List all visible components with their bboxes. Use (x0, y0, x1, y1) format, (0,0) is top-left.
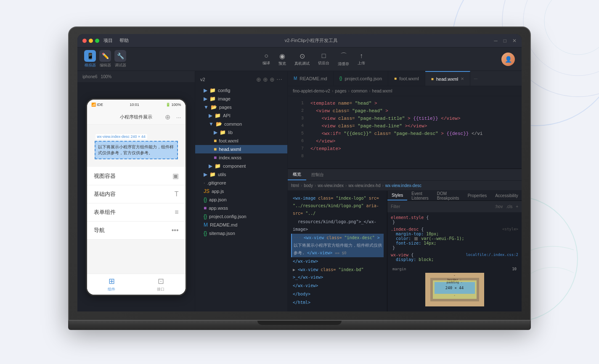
compile-icon: ○ (264, 52, 268, 60)
code-content-5: <wx:if= "{{desc}}" class= "page-head-des… (310, 130, 482, 137)
style-selector-element: element.style { (391, 215, 518, 220)
path-html[interactable]: html (291, 183, 299, 188)
menu-help[interactable]: 帮助 (119, 37, 129, 44)
html-preview[interactable]: <wx-image class= "index-logo" src= "../r… (288, 191, 387, 311)
breadcrumb-file[interactable]: head.wxml (372, 89, 392, 93)
phone-menu-item-2[interactable]: 基础内容 T (87, 185, 186, 203)
svg-point-2 (544, 0, 599, 55)
maximize-button[interactable] (95, 39, 99, 43)
phone-nav-bar: 小程序组件展示 ··· ⊕ (87, 110, 186, 125)
subtab-accessibility[interactable]: Accessibility (491, 191, 522, 200)
background-action[interactable]: □ 切后台 (318, 52, 329, 66)
simulator-button[interactable]: 📱 模拟器 (84, 50, 96, 68)
style-rule-element: element.style { } (391, 215, 518, 224)
style-source-link[interactable]: localfile:/.index.css:2 (466, 253, 518, 257)
add-style-icon[interactable]: + (516, 204, 518, 209)
tree-label-app-json: app.json (209, 197, 227, 202)
phone-menu-item-1[interactable]: 视图容器 ▣ (87, 167, 186, 185)
tree-item-index-wxss[interactable]: ■ index.wxss (195, 153, 287, 162)
upload-label: 上传 (358, 61, 365, 66)
tree-icons[interactable]: ⊕ ⊕ ⊕ ⋯ (256, 76, 282, 83)
tab-head-wxml[interactable]: ■ head.wxml ✕ (425, 71, 471, 86)
html-tag-wx-image: <wx-image (293, 196, 315, 200)
editor-button[interactable]: ✏️ 编辑器 (99, 50, 111, 68)
debugger-button[interactable]: 🔧 调试器 (114, 50, 126, 68)
background-label: 切后台 (318, 61, 329, 66)
tree-item-head-wxml[interactable]: ■ head.wxml (195, 145, 287, 153)
code-editor[interactable]: 1 <template name= "head" > 2 (288, 96, 522, 169)
simulator-content: 📶 IDE 10:01 🔋 100% 小程序组件展示 ··· ⊕ (77, 83, 195, 311)
path-index[interactable]: wx-view.index (318, 183, 344, 188)
tree-item-config[interactable]: ▶ 📁 config (195, 86, 287, 95)
tab-close-head-wxml[interactable]: ✕ (461, 76, 464, 81)
close-button[interactable] (82, 39, 87, 43)
clear-cache-action[interactable]: ⌒ 清缓存 (338, 52, 349, 67)
panel-tab-console[interactable]: 控制台 (306, 169, 329, 180)
tree-item-pages[interactable]: ▼ 📂 pages (195, 103, 287, 111)
cls-toggle[interactable]: .cls (506, 204, 512, 209)
user-avatar[interactable]: 👤 (501, 53, 515, 66)
subtab-event-listeners[interactable]: Event Listeners (407, 191, 433, 200)
path-index-hd[interactable]: wx-view.index-hd (348, 183, 380, 188)
tree-item-app-js[interactable]: JS app.js (195, 187, 287, 195)
menu-project[interactable]: 项目 (103, 37, 113, 44)
tab-more[interactable]: ··· (470, 71, 481, 86)
breadcrumb-pages[interactable]: pages (335, 89, 346, 93)
tab-project-config[interactable]: {} project.config.json (334, 71, 388, 86)
upload-action[interactable]: ↑ 上传 (358, 52, 365, 66)
subtab-dom-breakpoints[interactable]: DOM Breakpoints (433, 191, 464, 200)
phone-tab-interface[interactable]: ⊡ 接口 (157, 277, 164, 292)
code-line-3: 3 <view class= "page-head-title" > {{tit… (288, 115, 522, 122)
tree-label-sitemap: sitemap.json (209, 231, 235, 236)
code-line-4: 4 <view class= "page-head-line" ></view> (288, 122, 522, 130)
phone-menu-icon-2: T (175, 190, 179, 198)
editor-icon: ✏️ (99, 50, 111, 62)
panel-tab-overview[interactable]: 概览 (288, 169, 306, 180)
tab-foot-wxml[interactable]: ■ foot.wxml (388, 71, 425, 86)
tab-readme[interactable]: M README.md (288, 71, 334, 86)
breadcrumb-common[interactable]: common (351, 89, 367, 93)
subtab-properties[interactable]: Properties (464, 191, 491, 200)
tree-item-utils[interactable]: ▶ 📁 utils (195, 170, 287, 179)
tree-item-project-config[interactable]: {} project.config.json (195, 212, 287, 221)
ide-window: 项目 帮助 v2-FinClip小程序开发工具 ─ □ ✕ 📱 (77, 34, 522, 311)
phone-menu-item-3[interactable]: 表单组件 ≡ (87, 203, 186, 222)
tree-item-app-json[interactable]: {} app.json (195, 195, 287, 204)
path-body[interactable]: body (304, 183, 313, 188)
phone-frame: 📶 IDE 10:01 🔋 100% 小程序组件展示 ··· ⊕ (86, 98, 187, 296)
path-index-desc[interactable]: wx-view.index-desc (385, 183, 421, 188)
style-close-index-desc: } (391, 245, 518, 250)
line-num-7: 7 (291, 145, 304, 153)
tree-item-sitemap[interactable]: {} sitemap.json (195, 229, 287, 237)
breadcrumb-root[interactable]: fino-applet-demo-v2 (293, 89, 330, 93)
phone-menu-item-4[interactable]: 导航 ••• (87, 222, 186, 240)
html-line-2[interactable]: ··· <wx-view class= "index-desc" > 以下将展示… (291, 234, 384, 257)
html-expand-icon[interactable]: ▶ (293, 267, 295, 272)
device-debug-action[interactable]: ⊙ 真机调试 (294, 52, 310, 66)
tree-item-app-wxss[interactable]: ■ app.wxss (195, 204, 287, 212)
minimize-button[interactable] (89, 39, 93, 43)
tree-item-component[interactable]: ▶ 📁 component (195, 162, 287, 170)
phone-nav-dots[interactable]: ··· (176, 114, 181, 121)
phone-nav-extra[interactable]: ⊕ (165, 113, 170, 121)
phone-tab-component[interactable]: ⊞ 组件 (108, 277, 115, 292)
tree-item-common[interactable]: ▼ 📂 common (195, 120, 287, 128)
tree-item-readme[interactable]: M README.md (195, 221, 287, 229)
html-resources-path: resources/kind/logo.png">_</wx-image> (293, 219, 376, 232)
tree-item-gitignore[interactable]: · .gitignore (195, 179, 287, 187)
simulator-zoom-label: 100% (101, 74, 112, 79)
restore-win-icon[interactable]: □ (504, 38, 506, 44)
tree-item-lib[interactable]: ▶ 📁 lib (195, 128, 287, 137)
filter-input[interactable] (402, 204, 493, 209)
prop-margin-top: margin-top: (396, 232, 424, 236)
close-win-icon[interactable]: ✕ (512, 38, 517, 44)
subtab-styles[interactable]: Styles (387, 191, 407, 200)
hover-toggle[interactable]: :hov (495, 204, 503, 209)
preview-action[interactable]: ◉ 预览 (278, 52, 286, 66)
minimize-win-icon[interactable]: ─ (494, 38, 498, 44)
tree-item-api[interactable]: ▶ 📁 API (195, 111, 287, 120)
tree-item-foot-wxml[interactable]: ■ foot.wxml (195, 137, 287, 145)
compile-action[interactable]: ○ 编译 (262, 52, 270, 66)
tree-item-image[interactable]: ▶ 📁 image (195, 95, 287, 103)
upload-icon: ↑ (360, 52, 363, 60)
